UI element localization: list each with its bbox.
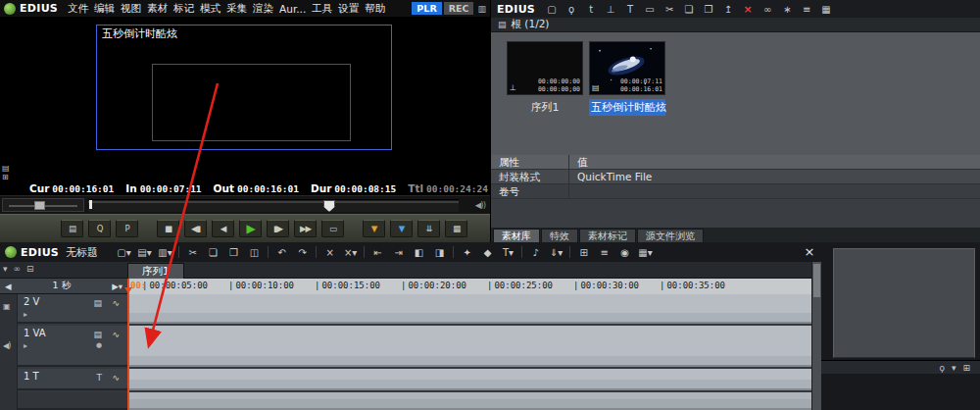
zebra-indicator-icon[interactable]: ⊞ bbox=[2, 174, 10, 181]
add-marker-icon[interactable]: ◆ bbox=[477, 247, 498, 258]
list-view-icon[interactable]: ≡ bbox=[797, 4, 816, 15]
add-title-icon[interactable]: T▾ bbox=[498, 247, 518, 258]
previous-frame-button[interactable]: ◀▮ bbox=[184, 220, 207, 237]
add-audio-fade-icon[interactable]: ◨ bbox=[429, 247, 450, 258]
search-icon[interactable]: ϙ bbox=[562, 4, 581, 15]
add-effect-icon[interactable]: ✦ bbox=[457, 247, 477, 258]
layout-icon[interactable]: ▦▾ bbox=[635, 247, 656, 258]
menu-capture[interactable]: 采集 bbox=[223, 2, 250, 16]
overwrite-to-timeline-button[interactable]: ▼ bbox=[363, 220, 385, 237]
audio-enable-icon[interactable]: ◀) bbox=[3, 341, 10, 350]
waveform-toggle-icon[interactable]: ∿ bbox=[112, 327, 120, 342]
insert-to-timeline-button[interactable]: ▼ bbox=[390, 220, 413, 237]
cut-icon[interactable]: ✂ bbox=[660, 4, 679, 15]
timescale-control[interactable]: ◀ 1 秒 ▶ ▾ bbox=[0, 279, 127, 294]
field-indicator-icon[interactable]: ▤ bbox=[2, 165, 10, 173]
timeline-playhead[interactable] bbox=[127, 279, 129, 410]
play-reverse-button[interactable]: ◀ bbox=[212, 220, 234, 237]
new-sequence-icon[interactable]: ▢▾ bbox=[114, 247, 134, 258]
set-out-point-icon[interactable]: ⇥ bbox=[388, 247, 409, 258]
copy-icon[interactable]: ❏ bbox=[679, 4, 699, 15]
tab-effects[interactable]: 特效 bbox=[541, 229, 578, 242]
stop-button[interactable]: ■ bbox=[157, 220, 179, 237]
audio-sub-track-icon[interactable]: ● bbox=[96, 341, 102, 350]
import-icon[interactable]: ⊥ bbox=[601, 4, 620, 15]
fast-forward-button[interactable]: ▶▶ bbox=[294, 220, 317, 237]
video-preview-canvas[interactable]: 五秒倒计时酷炫 bbox=[0, 17, 490, 180]
waveform-toggle-icon[interactable]: ∿ bbox=[112, 295, 120, 311]
menu-view[interactable]: 视图 bbox=[118, 2, 144, 16]
close-icon[interactable]: × bbox=[802, 244, 817, 260]
scrollbar-thumb[interactable] bbox=[813, 264, 820, 297]
new-window-icon[interactable]: ▢ bbox=[542, 4, 562, 15]
menu-render[interactable]: 渲染 bbox=[250, 2, 276, 16]
thumbnail-toggle-icon[interactable]: ▤ bbox=[93, 295, 102, 311]
waveform-toggle-icon[interactable]: ∿ bbox=[112, 370, 120, 385]
monitor-layout-icon[interactable]: ▥ bbox=[477, 4, 486, 14]
jog-forward-button[interactable]: P bbox=[116, 220, 138, 237]
set-in-point-icon[interactable]: ⇤ bbox=[368, 247, 388, 258]
export-icon[interactable]: ⇓▾ bbox=[546, 247, 566, 258]
shuttle-slider-knob[interactable] bbox=[34, 201, 45, 210]
video-enable-icon[interactable]: ▣ bbox=[3, 302, 10, 311]
menu-edit[interactable]: 编辑 bbox=[91, 2, 118, 16]
menu-marker[interactable]: 标记 bbox=[171, 2, 197, 16]
add-transition-icon[interactable]: ◧ bbox=[409, 247, 429, 258]
menu-plugin[interactable]: Aur... bbox=[276, 3, 309, 15]
clip-name[interactable]: 序列1 bbox=[507, 99, 583, 116]
track-header-1va[interactable]: 1 VA ▤ ∿ ▸ ● bbox=[18, 326, 127, 367]
capture-button[interactable]: ▤ bbox=[61, 220, 83, 237]
clip-thumbnail[interactable]: ⊥ 00:00:00:00 00:00:00;00 bbox=[507, 41, 583, 95]
track-lane-empty[interactable] bbox=[127, 392, 811, 410]
dropdown-icon[interactable]: ▾ bbox=[952, 363, 956, 374]
timeline-ruler[interactable]: ◀ 1 秒 ▶ ▾ 00: 00:00:05:00 00:00:10:00 00… bbox=[0, 279, 811, 294]
clip-name[interactable]: 五秒倒计时酷炫 bbox=[589, 99, 665, 116]
speaker-icon[interactable]: ◀)) bbox=[475, 200, 485, 210]
undo-icon[interactable]: ↶ bbox=[271, 247, 292, 258]
position-bar[interactable] bbox=[88, 199, 459, 212]
palette-empty-area[interactable] bbox=[833, 248, 975, 358]
replace-icon[interactable]: ◫ bbox=[244, 247, 265, 258]
menu-file[interactable]: 文件 bbox=[65, 2, 91, 16]
loop-button[interactable]: ▭ bbox=[321, 220, 344, 237]
track-lane-2v[interactable] bbox=[127, 294, 811, 324]
settings-icon[interactable]: ∗ bbox=[777, 4, 797, 15]
grid-view-icon[interactable]: ⊞ bbox=[573, 247, 594, 258]
track-header-2v[interactable]: 2 V ▤ ∿ ▸ bbox=[18, 294, 127, 324]
grid-icon[interactable]: ⊞ bbox=[962, 363, 970, 374]
jog-reverse-button[interactable]: Q bbox=[88, 220, 111, 237]
delete-icon[interactable]: × bbox=[738, 3, 758, 16]
link-icon[interactable]: ∞ bbox=[758, 4, 777, 15]
voiceover-icon[interactable]: ♪ bbox=[525, 247, 546, 258]
track-lane-1t[interactable] bbox=[127, 369, 811, 390]
player-mode-button[interactable]: PLR bbox=[412, 2, 441, 15]
menu-clip[interactable]: 素材 bbox=[144, 2, 171, 16]
menu-help[interactable]: 帮助 bbox=[362, 2, 388, 16]
copy-icon[interactable]: ❏ bbox=[203, 247, 223, 258]
expander-icon[interactable]: ▸ bbox=[24, 310, 27, 319]
menu-tools[interactable]: 工具 bbox=[309, 2, 335, 16]
save-project-icon[interactable]: ▥▾ bbox=[155, 247, 175, 258]
menu-mode[interactable]: 模式 bbox=[197, 2, 223, 16]
open-project-icon[interactable]: ▤▾ bbox=[134, 247, 155, 258]
snap-icon[interactable]: ▾ bbox=[3, 264, 8, 274]
sync-link-icon[interactable]: ∞ bbox=[14, 264, 22, 274]
bin-clip-sequence[interactable]: ⊥ 00:00:00:00 00:00:00;00 序列1 bbox=[507, 41, 583, 116]
title-toggle-icon[interactable]: T bbox=[97, 370, 103, 385]
panel-icon[interactable]: ⊟ bbox=[26, 264, 34, 274]
bin-clip-countdown[interactable]: ▤ 00:00:07:11 00:00:16:01 五秒倒计时酷炫 bbox=[589, 41, 665, 116]
add-title-icon[interactable]: T bbox=[620, 4, 640, 15]
next-frame-button[interactable]: ▮▶ bbox=[267, 220, 289, 237]
bin-folder-breadcrumb[interactable]: ▤ 根 (1/2) bbox=[491, 18, 980, 32]
tab-source-browser[interactable]: 源文件浏览 bbox=[637, 229, 704, 242]
zoom-icon[interactable]: ϙ bbox=[939, 363, 945, 374]
redo-icon[interactable]: ↷ bbox=[292, 247, 313, 258]
cut-icon[interactable]: ✂ bbox=[182, 247, 203, 258]
menu-settings[interactable]: 设置 bbox=[335, 2, 362, 16]
paste-icon[interactable]: ❐ bbox=[699, 4, 718, 15]
play-button[interactable]: ▶ bbox=[239, 220, 262, 237]
tab-bin[interactable]: 素材库 bbox=[493, 229, 540, 242]
capture-icon[interactable]: ▭ bbox=[640, 4, 660, 15]
text-tool-icon[interactable]: t bbox=[581, 4, 601, 15]
delete-options-icon[interactable]: ×▾ bbox=[340, 247, 361, 258]
